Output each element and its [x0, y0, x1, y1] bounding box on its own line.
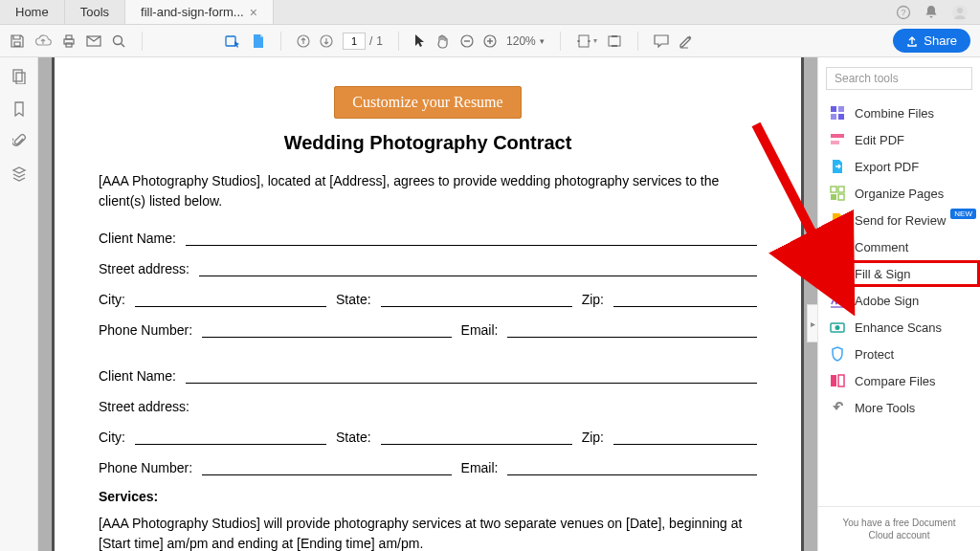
- svg-rect-34: [838, 194, 844, 200]
- svg-point-35: [835, 219, 839, 223]
- svg-text:?: ?: [901, 8, 905, 17]
- field-phone2[interactable]: [202, 462, 452, 475]
- label-city2: City:: [99, 430, 125, 445]
- zoom-level[interactable]: 120%▾: [506, 34, 545, 48]
- hand-icon[interactable]: [435, 33, 451, 49]
- collapse-handle-icon[interactable]: ▸: [807, 304, 817, 342]
- field-city1[interactable]: [135, 294, 326, 307]
- label-street1: Street address:: [99, 261, 189, 276]
- fit-page-icon[interactable]: [607, 34, 622, 48]
- close-icon[interactable]: ×: [250, 6, 257, 19]
- tab-home[interactable]: Home: [0, 0, 65, 24]
- footer-note: You have a free DocumentCloud account: [818, 506, 980, 551]
- field-client1[interactable]: [186, 232, 757, 246]
- page-icon[interactable]: [252, 33, 265, 49]
- tab-bar: Home Tools fill-and-sign-form... × ?: [0, 0, 980, 25]
- search-tools-input[interactable]: Search tools: [826, 67, 972, 90]
- svg-point-8: [114, 35, 122, 44]
- label-email1: Email:: [461, 322, 499, 338]
- tools-list: Combine FilesEdit PDFExport PDFOrganize …: [818, 96, 980, 506]
- tool-comment[interactable]: Comment: [818, 233, 980, 260]
- bookmark-icon[interactable]: [13, 101, 25, 117]
- mail-icon[interactable]: [86, 35, 101, 47]
- tool-adobesign[interactable]: Adobe Sign: [818, 287, 980, 314]
- pointer-icon[interactable]: [414, 33, 426, 49]
- svg-rect-30: [831, 141, 839, 144]
- field-city2[interactable]: [135, 431, 326, 445]
- document-area[interactable]: ▸ Customize your Resume Wedding Photogra…: [38, 57, 817, 551]
- main: ▸ Customize your Resume Wedding Photogra…: [0, 57, 980, 551]
- share-label: Share: [924, 33, 957, 48]
- profile-icon[interactable]: [951, 4, 969, 21]
- field-client2[interactable]: [186, 370, 757, 384]
- field-email1[interactable]: [507, 324, 757, 338]
- search-icon[interactable]: [111, 33, 126, 49]
- svg-rect-21: [612, 45, 617, 47]
- field-street1[interactable]: [199, 263, 757, 276]
- zoom-in-icon[interactable]: [483, 34, 497, 48]
- tab-file[interactable]: fill-and-sign-form... ×: [125, 0, 274, 24]
- thumbnails-icon[interactable]: [11, 69, 27, 84]
- tool-protect[interactable]: Protect: [818, 341, 980, 367]
- field-state2[interactable]: [381, 431, 572, 445]
- svg-rect-31: [831, 187, 836, 192]
- tool-label: More Tools: [855, 401, 915, 415]
- field-email2[interactable]: [507, 462, 757, 475]
- svg-rect-29: [831, 134, 844, 138]
- svg-rect-10: [226, 36, 235, 46]
- sign-tool-icon[interactable]: [679, 33, 694, 49]
- tool-compare[interactable]: Compare Files: [818, 367, 980, 394]
- zoom-out-icon[interactable]: [460, 34, 474, 48]
- tab-file-label: fill-and-sign-form...: [141, 5, 244, 19]
- field-phone1[interactable]: [202, 324, 452, 338]
- page-down-icon[interactable]: [320, 34, 333, 48]
- share-button[interactable]: Share: [893, 29, 970, 53]
- label-email2: Email:: [461, 460, 499, 475]
- page-up-icon[interactable]: [297, 34, 310, 48]
- label-state1: State:: [336, 292, 371, 307]
- tool-label: Organize Pages: [855, 187, 944, 201]
- layers-icon[interactable]: [11, 166, 27, 182]
- right-panel: Search tools Combine FilesEdit PDFExport…: [817, 57, 980, 551]
- svg-rect-6: [66, 43, 72, 47]
- page-input[interactable]: [343, 33, 366, 50]
- services-heading: Services:: [99, 489, 757, 504]
- tool-fillsign[interactable]: Fill & Sign: [818, 260, 980, 287]
- cloud-icon[interactable]: [34, 34, 52, 48]
- comment-tool-icon[interactable]: [654, 34, 669, 48]
- tool-label: Protect: [855, 347, 894, 362]
- svg-rect-32: [838, 187, 844, 192]
- tool-enhance[interactable]: Enhance Scans: [818, 314, 980, 341]
- selection-tool-icon[interactable]: [225, 33, 242, 49]
- tool-label: Combine Files: [855, 106, 934, 121]
- customize-resume-button[interactable]: Customize your Resume: [334, 86, 521, 119]
- tool-label: Fill & Sign: [855, 267, 911, 281]
- fit-width-icon[interactable]: ▾: [576, 34, 597, 48]
- bell-icon[interactable]: [924, 5, 938, 20]
- svg-rect-18: [579, 35, 589, 47]
- save-icon[interactable]: [10, 33, 25, 49]
- tool-organize[interactable]: Organize Pages: [818, 180, 980, 207]
- tab-home-label: Home: [15, 5, 49, 19]
- attachment-icon[interactable]: [12, 134, 26, 149]
- label-state2: State:: [336, 430, 371, 445]
- field-zip2[interactable]: [613, 431, 757, 445]
- svg-rect-28: [838, 114, 844, 120]
- tool-label: Adobe Sign: [855, 294, 919, 308]
- field-zip1[interactable]: [613, 294, 757, 307]
- tab-tools[interactable]: Tools: [65, 0, 125, 24]
- tool-combine[interactable]: Combine Files: [818, 99, 980, 126]
- tool-export[interactable]: Export PDF: [818, 153, 980, 180]
- tool-label: Send for Review: [855, 213, 946, 228]
- tool-label: Compare Files: [855, 374, 936, 388]
- more-icon: [830, 400, 845, 415]
- tool-review[interactable]: Send for ReviewNEW: [818, 207, 980, 233]
- tool-label: Enhance Scans: [855, 320, 942, 335]
- help-icon[interactable]: ?: [896, 5, 911, 20]
- tool-edit[interactable]: Edit PDF: [818, 126, 980, 153]
- print-icon[interactable]: [61, 33, 77, 49]
- tool-more[interactable]: More Tools: [818, 394, 980, 421]
- svg-line-9: [122, 43, 125, 47]
- protect-icon: [830, 346, 845, 362]
- field-state1[interactable]: [381, 294, 572, 307]
